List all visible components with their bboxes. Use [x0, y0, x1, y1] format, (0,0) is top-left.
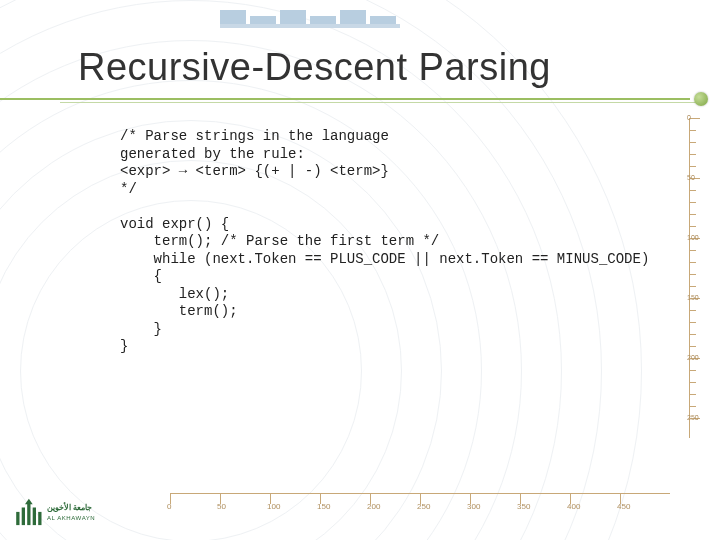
code-line: */ — [120, 181, 137, 197]
vruler-label: 0 — [687, 115, 699, 121]
top-decoration — [220, 0, 400, 26]
code-line: } — [120, 321, 162, 337]
svg-rect-2 — [27, 503, 30, 525]
vruler-label: 250 — [687, 415, 699, 421]
code-line: <expr> → <term> {(+ | -) <term>} — [120, 163, 389, 179]
vruler-label: 150 — [687, 295, 699, 301]
vruler-label: 100 — [687, 235, 699, 241]
title-underline-primary — [0, 98, 690, 100]
title-bullet-icon — [694, 92, 708, 106]
code-line: { — [120, 268, 162, 284]
top-decoration-base — [220, 24, 400, 28]
hruler-label: 50 — [217, 502, 226, 511]
vruler-label: 50 — [687, 175, 699, 181]
code-block: /* Parse strings in the language generat… — [120, 128, 680, 356]
page-title: Recursive-Descent Parsing — [78, 46, 551, 89]
code-line: void expr() { — [120, 216, 229, 232]
logo-arabic-text: جامعة الأخوين — [47, 501, 92, 513]
hruler-label: 400 — [567, 502, 580, 511]
hruler-label: 100 — [267, 502, 280, 511]
hruler-label: 350 — [517, 502, 530, 511]
svg-rect-1 — [22, 508, 25, 526]
logo-english-text: AL AKHAWAYN — [47, 515, 95, 521]
code-line: lex(); — [120, 286, 229, 302]
hruler-label: 150 — [317, 502, 330, 511]
svg-rect-0 — [16, 512, 19, 525]
code-line: term(); /* Parse the first term */ — [120, 233, 439, 249]
horizontal-ruler: 0 50 100 150 200 250 300 350 400 450 — [170, 493, 670, 512]
hruler-label: 200 — [367, 502, 380, 511]
hruler-label: 250 — [417, 502, 430, 511]
hruler-label: 450 — [617, 502, 630, 511]
code-line: /* Parse strings in the language — [120, 128, 389, 144]
hruler-label: 300 — [467, 502, 480, 511]
university-logo: جامعة الأخوين AL AKHAWAYN — [14, 496, 124, 530]
vruler-label: 200 — [687, 355, 699, 361]
hruler-label: 0 — [167, 502, 171, 511]
code-line: } — [120, 338, 128, 354]
title-underline-secondary — [60, 102, 700, 103]
svg-rect-3 — [33, 508, 36, 526]
code-line: term(); — [120, 303, 238, 319]
svg-rect-4 — [38, 512, 41, 525]
svg-marker-5 — [25, 499, 33, 505]
vertical-ruler: 0 50 100 150 200 250 — [689, 118, 708, 438]
code-line: generated by the rule: — [120, 146, 305, 162]
code-line: while (next.Token == PLUS_CODE || next.T… — [120, 251, 649, 267]
